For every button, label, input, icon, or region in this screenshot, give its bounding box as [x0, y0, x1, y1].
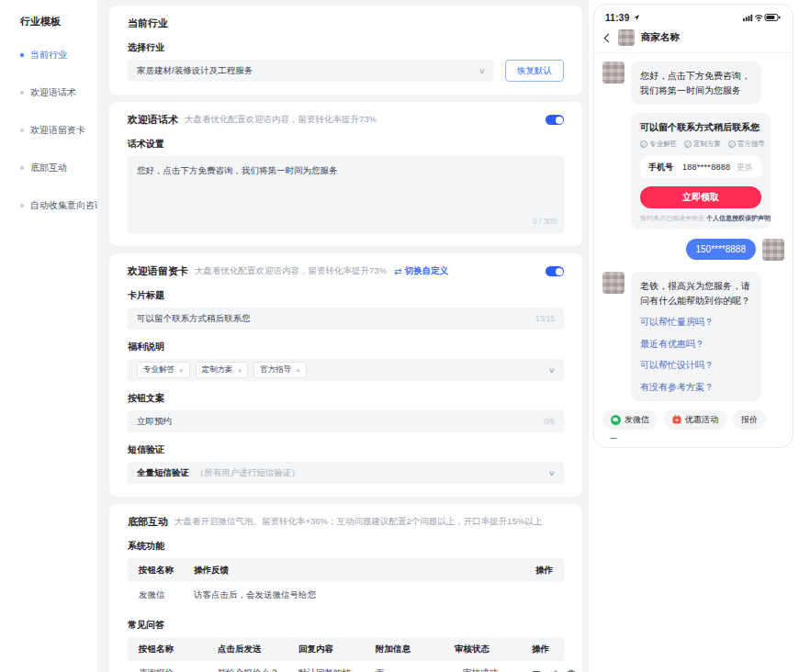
current-industry-title: 当前行业 [128, 17, 564, 30]
message-input-bar: 发消息 [602, 438, 784, 439]
faq-row-extra: 无 [376, 667, 455, 672]
merchant-avatar [602, 272, 625, 294]
quick-question-link[interactable]: 可以帮忙设计吗？ [640, 358, 752, 373]
bullet-dot-icon [20, 204, 24, 207]
benefit-tag-label: 定制方案 [202, 364, 233, 375]
col-ops: 操作 [532, 644, 553, 655]
bullet-dot-icon [20, 129, 24, 132]
user-phone-bubble: 150****8888 [686, 239, 757, 260]
chat-nav-bar: 商家名称 [602, 26, 784, 50]
faq-row-name: 咨询报价 [139, 667, 218, 672]
col-status: 审核状态 [455, 644, 532, 655]
sms-verify-value: 全量短信验证 [137, 467, 189, 477]
chip-label: 报价 [741, 414, 758, 426]
location-arrow-icon [633, 14, 640, 21]
promo-activity-chip[interactable]: 优惠活动 [664, 409, 726, 430]
card-title-label: 卡片标题 [128, 289, 564, 302]
delete-icon[interactable] [567, 669, 576, 672]
quick-question-link[interactable]: 最近有优惠吗？ [640, 337, 752, 352]
bullet-dot-icon [20, 53, 24, 57]
faq-row-reply: 默认回复的纯... [298, 667, 376, 672]
merchant-name: 商家名称 [641, 31, 680, 44]
send-wechat-chip[interactable]: 发微信 [602, 409, 658, 430]
table-header-row: 按钮名称 操作反馈 操作 [128, 558, 564, 582]
promo-icon [672, 415, 681, 424]
switch-custom-label: 切换自定义 [404, 265, 448, 277]
reset-default-button[interactable]: 恢复默认 [505, 60, 564, 82]
swap-icon: ⇄ [394, 266, 401, 276]
faq-label: 常见问答 [128, 619, 564, 632]
sidebar-item-current-industry[interactable]: 当前行业 [20, 49, 97, 62]
benefits-multiselect[interactable]: 专业解答 × 定制方案 × 官方指导 × ∨ [128, 359, 564, 381]
card-title-counter: 13/15 [535, 314, 555, 323]
user-avatar [762, 239, 784, 261]
benefit-tag-label: 专业解答 [143, 364, 174, 375]
sidebar-item-auto-collect[interactable]: 自动收集意向咨询 [20, 199, 97, 212]
claim-now-button[interactable]: 立即领取 [640, 186, 761, 208]
switch-custom-link[interactable]: ⇄ 切换自定义 [394, 265, 448, 277]
lead-card-title: 可以留个联系方式稍后联系您 [640, 121, 761, 134]
quick-question-link[interactable]: 有没有参考方案？ [640, 380, 752, 395]
welcome-script-desc: 大盘看优化配置欢迎语内容，留资转化率提升73% [185, 114, 377, 126]
script-textarea-value: 您好，点击下方免费咨询，我们将第一时间为您服务 [137, 165, 338, 175]
wechat-icon [611, 415, 621, 425]
industry-select[interactable]: 家居建材/装修设计及工程服务 ∨ [128, 60, 494, 82]
sidebar-title: 行业模板 [20, 15, 97, 28]
welcome-message-row: 您好，点击下方免费咨询，我们将第一时间为您服务 [602, 62, 784, 105]
button-text-input[interactable]: 立即预约 0/6 [128, 410, 564, 432]
sms-verify-label: 短信验证 [128, 443, 564, 456]
drag-handle-icon[interactable] [532, 669, 541, 672]
lead-card-settings-card: 欢迎语留资卡 大盘看优化配置欢迎语内容，留资转化率提升73% ⇄ 切换自定义 卡… [109, 253, 582, 497]
welcome-message-bubble: 您好，点击下方免费咨询，我们将第一时间为您服务 [631, 62, 761, 105]
script-char-counter: 0 / 300 [533, 216, 557, 229]
industry-select-value: 家居建材/装修设计及工程服务 [137, 65, 253, 77]
greeting-text: 老铁，很高兴为您服务，请问有什么能帮助到你的呢？ [640, 281, 750, 306]
benefit-item: ✓ 官方指导 [728, 140, 765, 149]
phone-frame: 11:39 [593, 4, 793, 448]
edit-icon[interactable] [549, 669, 558, 672]
card-title-input[interactable]: 可以留个联系方式稍后联系您 13/15 [128, 308, 564, 330]
select-industry-label: 选择行业 [128, 41, 564, 54]
card-title-value: 可以留个联系方式稍后联系您 [137, 313, 251, 325]
benefit-label: 官方指导 [737, 140, 765, 149]
change-number-link[interactable]: 更换 [737, 162, 753, 174]
current-industry-card: 当前行业 选择行业 家居建材/装修设计及工程服务 ∨ 恢复默认 [109, 6, 582, 95]
sidebar-item-lead-card[interactable]: 欢迎语留资卡 [20, 124, 97, 137]
privacy-policy-link[interactable]: 个人信息授权保护声明 [706, 215, 771, 221]
col-feedback: 操作反馈 [194, 565, 525, 577]
col-button-name: 按钮名称 [139, 565, 194, 577]
sidebar-item-bottom-interaction[interactable]: 底部互动 [20, 162, 97, 174]
lead-capture-card: 可以留个联系方式稍后联系您 ✓ 专业解答 ✓ 定制方案 ✓ 官方指导 [631, 113, 771, 230]
benefit-item: ✓ 定制方案 [684, 140, 721, 149]
chip-label: 发微信 [625, 414, 649, 426]
camera-button[interactable] [602, 438, 625, 439]
lead-card-title: 欢迎语留资卡 [128, 264, 188, 278]
chevron-down-icon: ∨ [548, 366, 556, 375]
col-button-name: 按钮名称 [139, 644, 218, 655]
check-circle-icon: ✓ [640, 140, 647, 148]
phone-number-row: 手机号 188****8888 更换 [640, 156, 761, 178]
sms-verify-hint: （所有用户进行短信验证） [196, 467, 300, 477]
lead-card-desc: 大盘看优化配置欢迎语内容，留资转化率提升73% [195, 265, 387, 277]
welcome-script-toggle[interactable] [546, 115, 564, 125]
tag-remove-icon[interactable]: × [179, 366, 184, 375]
tag-remove-icon[interactable]: × [238, 366, 242, 375]
quick-question-link[interactable]: 可以帮忙量房吗？ [640, 315, 752, 330]
welcome-script-title: 欢迎语话术 [128, 113, 178, 127]
lead-card-toggle[interactable] [546, 266, 564, 276]
sys-row-feedback: 访客点击后，会发送微信号给您 [194, 589, 525, 601]
tag-remove-icon[interactable]: × [296, 366, 300, 375]
faq-row-status: 审核成功 [463, 667, 498, 672]
script-textarea[interactable]: 您好，点击下方免费咨询，我们将第一时间为您服务 0 / 300 [128, 156, 564, 233]
table-row: 咨询报价 能给个报价么？ 默认回复的纯... 无 审核成功 [128, 661, 564, 672]
back-icon[interactable] [604, 33, 613, 42]
industry-template-sidebar: 行业模板 当前行业 欢迎语话术 欢迎语留资卡 底部互动 自动收集意向咨询 [0, 0, 97, 672]
quote-chip[interactable]: 报价 [733, 409, 766, 430]
sms-verify-select[interactable]: 全量短信验证 （所有用户进行短信验证） ∨ [128, 462, 564, 484]
benefit-tag-label: 官方指导 [260, 364, 291, 375]
merchant-avatar [602, 62, 625, 84]
faq-row-send: 能给个报价么？ [218, 667, 298, 672]
button-text-label: 按钮文案 [128, 392, 564, 405]
col-send: 点击后发送 [218, 644, 298, 655]
sidebar-item-welcome-script[interactable]: 欢迎语话术 [20, 86, 97, 99]
